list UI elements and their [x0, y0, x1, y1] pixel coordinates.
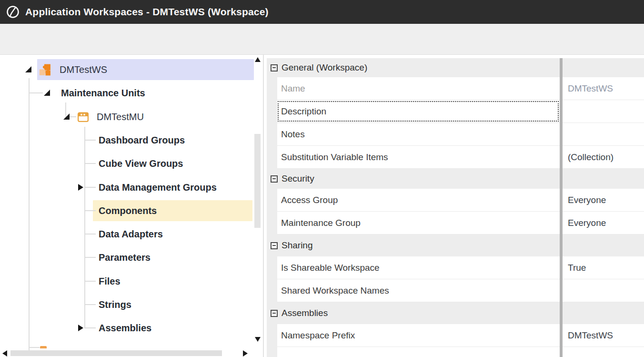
property-value[interactable] [563, 123, 644, 146]
property-value[interactable]: Everyone [563, 189, 644, 212]
tree-horizontal-scrollbar-thumb[interactable] [10, 350, 222, 356]
workspace-tree-panel: DMTestWSMaintenance UnitsDMTestMUDashboa… [0, 55, 263, 357]
property-label[interactable]: Is Shareable Workspace [277, 256, 560, 279]
tree-connector [84, 281, 96, 282]
tree-item-parameters[interactable]: Parameters [0, 246, 252, 268]
tree-item-dashboard-groups[interactable]: Dashboard Groups [0, 129, 252, 151]
tree-vertical-scrollbar-thumb[interactable] [254, 134, 261, 228]
toolbar [0, 24, 644, 55]
tree-collapse-arrow-icon[interactable] [25, 66, 31, 72]
tree-item-label: Cube View Groups [99, 153, 183, 174]
tree-item-partial[interactable] [40, 346, 47, 348]
property-label[interactable] [277, 347, 560, 357]
tree-item-data-adapters[interactable]: Data Adapters [0, 223, 252, 245]
tree-expand-arrow-icon[interactable] [78, 184, 83, 191]
section-header[interactable]: Security [270, 169, 560, 189]
window-title: Application Workspaces - DMTestWS (Works… [25, 6, 269, 18]
property-value[interactable]: DMTestWS [563, 324, 644, 347]
tree-collapse-arrow-icon[interactable] [44, 90, 50, 96]
tree-connector [84, 234, 96, 235]
tree-item-dmtestmu[interactable]: DMTestMU [0, 106, 252, 128]
section-value-area [563, 302, 644, 324]
collapse-section-icon[interactable] [271, 175, 278, 183]
section-header[interactable]: General (Workspace) [270, 58, 560, 77]
section-title: Security [282, 173, 314, 184]
tree-item-assemblies[interactable]: Assemblies [0, 317, 252, 339]
property-value[interactable] [563, 279, 644, 302]
tree-item-label: DMTestWS [60, 59, 107, 81]
tree-expand-arrow-icon[interactable] [78, 325, 83, 331]
tree-connector [84, 163, 96, 164]
tree-item-label: Dashboard Groups [99, 129, 185, 151]
property-label[interactable]: Namespace Prefix [277, 324, 560, 347]
property-row-description: Description [264, 100, 644, 123]
grid-gutter [267, 189, 277, 212]
grid-gutter [267, 77, 277, 100]
grid-gutter [267, 256, 277, 279]
property-value[interactable]: DMTestWS [563, 77, 644, 100]
tree-item-label: Data Adapters [99, 223, 163, 245]
tree-item-label: Assemblies [99, 317, 151, 339]
property-row-notes: Notes [264, 123, 644, 146]
property-value[interactable] [563, 100, 644, 123]
section-header[interactable]: Sharing [270, 235, 560, 256]
tree-scroll-up-arrow[interactable] [255, 57, 261, 62]
property-value[interactable] [563, 347, 644, 357]
tree-connector [84, 210, 96, 211]
property-section-assemblies: Assemblies [264, 302, 644, 324]
property-value[interactable]: Everyone [563, 212, 644, 235]
property-row-name: NameDMTestWS [264, 77, 644, 100]
grid-gutter [267, 58, 270, 77]
property-section-general-workspace-: General (Workspace) [264, 58, 644, 77]
property-label[interactable]: Shared Workspace Names [277, 279, 560, 302]
property-row-partial [264, 347, 644, 357]
section-title: Sharing [282, 240, 313, 251]
property-label[interactable]: Description [277, 100, 560, 123]
tree-connector [84, 140, 96, 141]
tree-item-strings[interactable]: Strings [0, 294, 252, 316]
property-row-is-shareable-workspace: Is Shareable WorkspaceTrue [264, 256, 644, 279]
section-value-area [563, 58, 644, 77]
tree-item-cube-view-groups[interactable]: Cube View Groups [0, 153, 252, 174]
section-title: General (Workspace) [282, 62, 367, 73]
tree-scroll-down-arrow[interactable] [255, 337, 261, 342]
section-header[interactable]: Assemblies [270, 302, 560, 324]
tree-connector [29, 347, 40, 348]
grid-gutter [267, 302, 270, 324]
property-label[interactable]: Notes [277, 123, 560, 146]
tree-item-data-management-groups[interactable]: Data Management Groups [0, 176, 252, 198]
tree-collapse-arrow-icon[interactable] [63, 113, 70, 120]
section-title: Assemblies [282, 308, 328, 318]
tree-item-label: Strings [99, 294, 131, 316]
collapse-section-icon[interactable] [271, 64, 278, 71]
grid-gutter [267, 279, 277, 302]
property-section-security: Security [264, 169, 644, 189]
tree-item-maintenance-units[interactable]: Maintenance Units [0, 82, 252, 104]
property-label[interactable]: Substitution Variable Items [277, 146, 560, 169]
collapse-section-icon[interactable] [271, 310, 278, 317]
property-label[interactable]: Maintenance Group [277, 212, 560, 235]
grid-gutter [267, 146, 277, 169]
property-label[interactable]: Access Group [277, 189, 560, 212]
property-value[interactable]: (Collection) [563, 146, 644, 169]
title-bar: Application Workspaces - DMTestWS (Works… [0, 0, 644, 24]
property-section-sharing: Sharing [264, 235, 644, 256]
tree-item-components[interactable]: Components [0, 200, 252, 222]
tree-scroll-right-arrow[interactable] [243, 350, 248, 357]
tree-item-label: Parameters [99, 246, 151, 268]
grid-gutter [267, 169, 270, 189]
tree-item-label: Maintenance Units [61, 82, 145, 104]
tree-connector [29, 92, 43, 93]
tree-connector [84, 257, 96, 258]
main-area: DMTestWSMaintenance UnitsDMTestMUDashboa… [0, 55, 644, 357]
property-label[interactable]: Name [277, 77, 560, 100]
property-value[interactable]: True [563, 256, 644, 279]
tree-item-dmtestws[interactable]: DMTestWS [0, 59, 252, 81]
grid-gutter [267, 212, 277, 235]
tree-item-label: Data Management Groups [99, 176, 217, 198]
grid-gutter [267, 347, 277, 357]
tree-item-files[interactable]: Files [0, 270, 252, 292]
tree-scroll-left-arrow[interactable] [2, 350, 7, 357]
tree-item-label: DMTestMU [97, 106, 144, 128]
collapse-section-icon[interactable] [271, 242, 278, 249]
